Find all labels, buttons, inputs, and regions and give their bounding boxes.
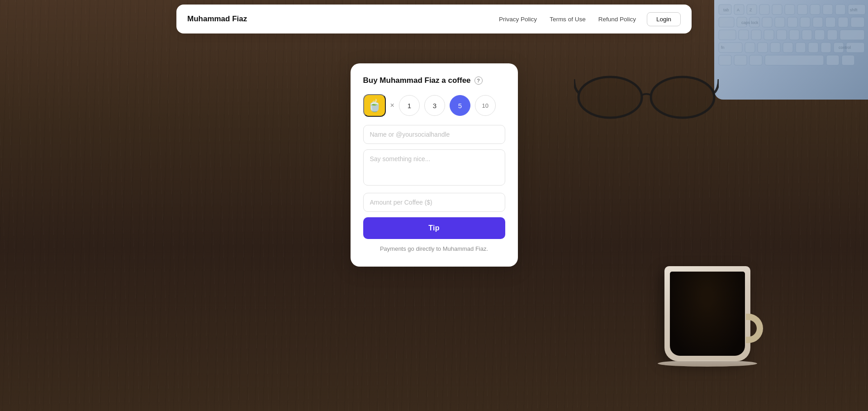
tip-button[interactable]: Tip <box>363 217 505 239</box>
login-button[interactable]: Login <box>647 12 681 26</box>
glasses-decoration <box>574 70 719 129</box>
help-icon[interactable]: ? <box>474 76 483 85</box>
svg-rect-26 <box>777 30 787 40</box>
svg-text:caps lock: caps lock <box>741 20 759 25</box>
qty-5-button[interactable]: 5 <box>450 95 470 116</box>
message-input[interactable] <box>363 149 505 186</box>
svg-rect-3 <box>759 5 769 14</box>
svg-rect-42 <box>719 55 731 65</box>
qty-custom-input[interactable] <box>475 95 496 116</box>
svg-rect-18 <box>813 17 823 27</box>
svg-rect-15 <box>775 17 785 27</box>
payment-note: Payments go directly to Muhammad Fiaz. <box>363 245 505 252</box>
privacy-link[interactable]: Privacy Policy <box>499 16 537 23</box>
svg-rect-22 <box>719 30 736 40</box>
svg-rect-36 <box>783 43 793 53</box>
svg-rect-37 <box>796 43 806 53</box>
svg-rect-20 <box>838 17 848 27</box>
refund-link[interactable]: Refund Policy <box>598 16 636 23</box>
terms-link[interactable]: Terms of Use <box>550 16 586 23</box>
card-title-text: Buy Muhammad Fiaz a coffee <box>363 76 471 85</box>
svg-rect-21 <box>851 17 864 27</box>
svg-rect-25 <box>764 30 774 40</box>
svg-rect-46 <box>826 55 839 65</box>
svg-rect-7 <box>810 5 820 14</box>
svg-rect-45 <box>765 55 824 65</box>
svg-rect-19 <box>825 17 835 27</box>
svg-text:Z: Z <box>749 8 752 12</box>
svg-rect-16 <box>787 17 797 27</box>
svg-rect-9 <box>835 5 845 14</box>
svg-rect-35 <box>770 43 780 53</box>
svg-text:shift: shift <box>850 8 858 12</box>
nav-links: Privacy Policy Terms of Use Refund Polic… <box>499 16 636 23</box>
svg-rect-23 <box>739 30 749 40</box>
keyboard-decoration: tab A Z shift caps lock option control f… <box>714 0 868 100</box>
svg-text:A: A <box>737 8 740 12</box>
multiply-sign: × <box>390 101 394 110</box>
svg-rect-47 <box>842 55 854 65</box>
svg-rect-43 <box>734 55 747 65</box>
navbar: Muhammad Fiaz Privacy Policy Terms of Us… <box>176 5 692 33</box>
svg-point-56 <box>579 77 642 118</box>
coffee-quantity-row: 🍵 × 1 3 5 <box>363 94 505 117</box>
name-input[interactable] <box>363 125 505 144</box>
card-title: Buy Muhammad Fiaz a coffee ? <box>363 76 505 85</box>
svg-rect-27 <box>789 30 799 40</box>
svg-rect-33 <box>745 43 755 53</box>
svg-rect-6 <box>797 5 807 14</box>
svg-rect-34 <box>758 43 768 53</box>
svg-point-57 <box>651 77 714 118</box>
svg-rect-5 <box>785 5 795 14</box>
svg-rect-11 <box>719 17 734 27</box>
svg-rect-14 <box>762 17 772 27</box>
svg-rect-24 <box>751 30 761 40</box>
qty-3-button[interactable]: 3 <box>424 95 445 116</box>
svg-text:control: control <box>839 45 851 50</box>
svg-rect-38 <box>808 43 818 53</box>
coffee-emoji: 🍵 <box>367 99 382 113</box>
amount-input[interactable] <box>363 193 505 212</box>
coffee-emoji-button[interactable]: 🍵 <box>363 94 386 117</box>
svg-rect-30 <box>827 30 837 40</box>
brand-name: Muhammad Fiaz <box>187 14 247 24</box>
svg-rect-31 <box>840 30 864 40</box>
svg-rect-4 <box>772 5 782 14</box>
svg-rect-39 <box>821 43 831 53</box>
tip-card: Buy Muhammad Fiaz a coffee ? 🍵 × 1 3 5 T… <box>351 63 518 267</box>
svg-rect-44 <box>749 55 762 65</box>
svg-rect-17 <box>800 17 810 27</box>
svg-rect-28 <box>802 30 812 40</box>
svg-text:tab: tab <box>723 8 729 12</box>
svg-text:fn: fn <box>721 45 725 50</box>
svg-rect-29 <box>815 30 825 40</box>
svg-rect-8 <box>823 5 833 14</box>
qty-1-button[interactable]: 1 <box>399 95 420 116</box>
